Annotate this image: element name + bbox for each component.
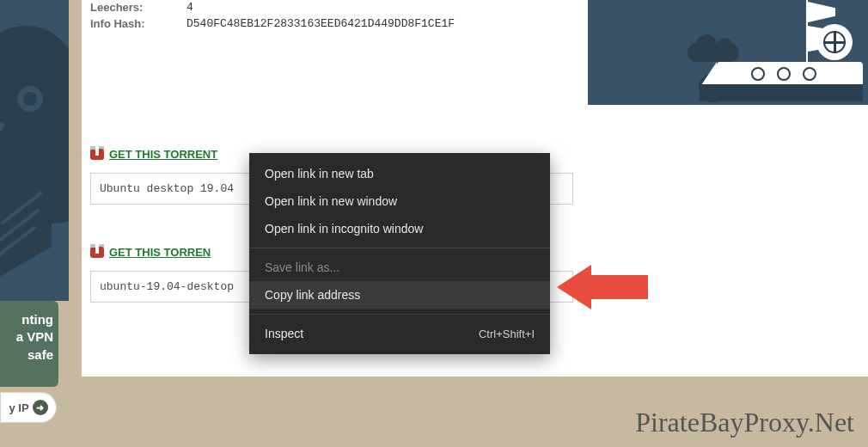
- ctx-label: Save link as...: [265, 260, 339, 274]
- site-watermark: PirateBayProxy.Net: [635, 407, 854, 438]
- infohash-value: D540FC48EB12F2833163EED6421D449DD8F1CE1F: [186, 16, 455, 33]
- get-torrent-label-2: GET THIS TORREN: [109, 246, 211, 259]
- info-row-infohash: Info Hash: D540FC48EB12F2833163EED6421D4…: [90, 16, 455, 33]
- hide-ip-button[interactable]: y IP ➜: [0, 392, 57, 423]
- vpn-line3: safe: [5, 346, 53, 364]
- cloud-icon: [688, 43, 739, 62]
- ctx-label: Open link in new tab: [265, 167, 374, 181]
- magnet-icon: [90, 149, 104, 161]
- ctx-label: Inspect: [265, 327, 303, 340]
- vpn-line2: a VPN: [5, 328, 53, 346]
- magnet-icon: [90, 247, 104, 259]
- torrent-info-list: Leechers: 4 Info Hash: D540FC48EB12F2833…: [90, 0, 455, 33]
- sea-monster-art: [0, 0, 69, 301]
- info-row-leechers: Leechers: 4: [90, 0, 455, 16]
- get-torrent-label-1: GET THIS TORRENT: [109, 148, 217, 161]
- leechers-value: 4: [186, 0, 193, 16]
- vpn-ad-card[interactable]: nting a VPN safe: [0, 301, 58, 387]
- ctx-open-new-tab[interactable]: Open link in new tab: [249, 160, 550, 187]
- arrow-right-icon: ➜: [33, 400, 48, 415]
- vpn-line1: nting: [5, 311, 53, 328]
- ctx-open-incognito[interactable]: Open link in incognito window: [249, 215, 550, 242]
- ip-button-label: y IP: [9, 401, 28, 414]
- leechers-label: Leechers:: [90, 0, 186, 16]
- ctx-shortcut: Ctrl+Shift+I: [479, 328, 535, 340]
- ctx-label: Open link in incognito window: [265, 222, 423, 236]
- ctx-separator: [249, 248, 550, 248]
- ctx-save-link-as: Save link as...: [249, 254, 550, 281]
- ctx-separator: [249, 314, 550, 315]
- ship-ad-banner[interactable]: [588, 0, 868, 105]
- ctx-open-new-window[interactable]: Open link in new window: [249, 187, 550, 215]
- left-sidebar: nting a VPN safe y IP ➜: [0, 0, 69, 447]
- ctx-label: Open link in new window: [265, 194, 397, 208]
- ctx-inspect[interactable]: Inspect Ctrl+Shift+I: [249, 320, 550, 347]
- annotation-arrow: [557, 265, 648, 309]
- ctx-copy-link-address[interactable]: Copy link address: [249, 281, 550, 309]
- context-menu: Open link in new tab Open link in new wi…: [249, 153, 550, 354]
- infohash-label: Info Hash:: [90, 16, 186, 33]
- ship-sail-icon: [806, 0, 808, 64]
- arrow-left-icon: [557, 265, 591, 309]
- ctx-label: Copy link address: [265, 288, 360, 302]
